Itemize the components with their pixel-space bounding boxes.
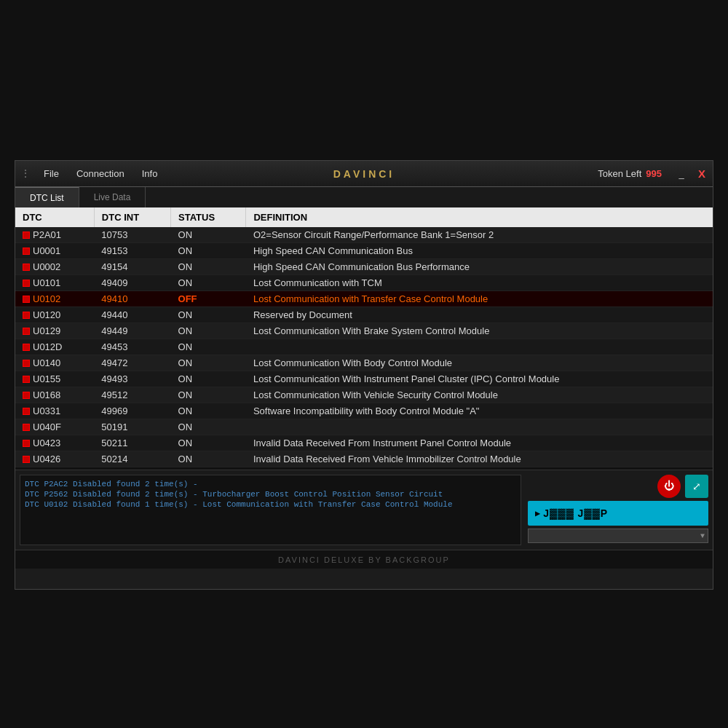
dtc-table: DTC DTC INT STATUS DEFINITION P2A0110753… — [15, 207, 713, 467]
vehicle-display: ▶ J▓▓▓ J▓▓P — [528, 501, 708, 526]
dtc-status: ON — [171, 371, 246, 387]
table-container[interactable]: DTC DTC INT STATUS DEFINITION P2A0110753… — [15, 207, 713, 470]
dtc-int: 49440 — [94, 307, 170, 323]
right-panel-top: ⏻ ⤢ — [528, 475, 708, 498]
dtc-int: 49410 — [94, 291, 170, 307]
dtc-status: ON — [171, 355, 246, 371]
table-row[interactable]: U033149969ONSoftware Incompatibility wit… — [15, 403, 713, 419]
row-checkbox[interactable] — [23, 440, 30, 447]
title-bar: ⋮ File Connection Info DAVINCI Token Lef… — [15, 161, 713, 187]
dtc-definition: High Speed CAN Communication Bus — [246, 243, 713, 259]
table-row[interactable]: U016849512ONLost Communication With Vehi… — [15, 387, 713, 403]
dtc-int: 49472 — [94, 355, 170, 371]
expand-button[interactable]: ⤢ — [685, 475, 708, 498]
power-button[interactable]: ⏻ — [657, 475, 681, 498]
table-row[interactable]: U040F50191ON — [15, 419, 713, 435]
dtc-int: 49512 — [94, 387, 170, 403]
table-row[interactable]: U014049472ONLost Communication With Body… — [15, 355, 713, 371]
table-row[interactable]: U012D49453ON — [15, 339, 713, 355]
row-checkbox[interactable] — [23, 408, 30, 415]
row-checkbox[interactable] — [23, 296, 30, 303]
dtc-int: 50214 — [94, 451, 170, 467]
dtc-status: ON — [171, 387, 246, 403]
row-checkbox[interactable] — [23, 344, 30, 351]
bottom-area: DTC P2AC2 Disabled found 2 time(s) -DTC … — [15, 470, 713, 550]
row-checkbox[interactable] — [23, 312, 30, 319]
right-panel: ⏻ ⤢ ▶ J▓▓▓ J▓▓P ▼ — [523, 470, 713, 550]
dtc-code: P2A01 — [33, 229, 61, 240]
dtc-code: U0001 — [33, 245, 60, 256]
dtc-status: ON — [171, 403, 246, 419]
vehicle-text: J▓▓▓ J▓▓P — [543, 507, 608, 519]
close-button[interactable]: X — [694, 166, 710, 182]
menu-connection[interactable]: Connection — [68, 165, 133, 182]
dtc-code: U0002 — [33, 261, 60, 272]
dtc-status: ON — [171, 275, 246, 291]
log-line: DTC P2562 Disabled found 2 time(s) - Tur… — [25, 490, 516, 499]
dtc-definition: Lost Communication With Instrument Panel… — [246, 371, 713, 387]
dtc-code: U0140 — [33, 357, 60, 368]
dtc-code: U0129 — [33, 325, 60, 336]
dtc-definition: Software Incompatibility with Body Contr… — [246, 403, 713, 419]
dtc-definition — [246, 419, 713, 435]
table-row[interactable]: U012949449ONLost Communication With Brak… — [15, 323, 713, 339]
row-checkbox[interactable] — [23, 264, 30, 271]
dtc-int: 49493 — [94, 371, 170, 387]
dtc-int: 50211 — [94, 435, 170, 451]
dtc-int: 49449 — [94, 323, 170, 339]
row-checkbox[interactable] — [23, 248, 30, 255]
dtc-definition: Lost Communication With Brake System Con… — [246, 323, 713, 339]
app-window: ⋮ File Connection Info DAVINCI Token Lef… — [15, 160, 713, 590]
table-row[interactable]: U015549493ONLost Communication With Inst… — [15, 371, 713, 387]
row-checkbox[interactable] — [23, 328, 30, 335]
minimize-button[interactable]: _ — [673, 166, 689, 182]
table-row[interactable]: U000149153ONHigh Speed CAN Communication… — [15, 243, 713, 259]
table-row[interactable]: U010249410OFFLost Communication with Tra… — [15, 291, 713, 307]
dtc-status: ON — [171, 419, 246, 435]
dtc-status: OFF — [171, 291, 246, 307]
dtc-definition: Lost Communication With Body Control Mod… — [246, 355, 713, 371]
log-line: DTC P2AC2 Disabled found 2 time(s) - — [25, 480, 516, 488]
dtc-status: ON — [171, 339, 246, 355]
right-scroll[interactable]: ▼ — [528, 529, 708, 543]
menu-file[interactable]: File — [35, 165, 68, 182]
dtc-int: 49969 — [94, 403, 170, 419]
tab-live-data[interactable]: Live Data — [79, 187, 146, 207]
table-header-row: DTC DTC INT STATUS DEFINITION — [15, 207, 713, 227]
dtc-definition: Lost Communication with TCM — [246, 275, 713, 291]
row-checkbox[interactable] — [23, 360, 30, 367]
log-panel: DTC P2AC2 Disabled found 2 time(s) -DTC … — [20, 475, 521, 545]
log-line: DTC U0102 Disabled found 1 time(s) - Los… — [25, 500, 516, 509]
menu-area: ⋮ File Connection Info — [15, 165, 166, 182]
dtc-definition: Lost Communication with Transfer Case Co… — [246, 291, 713, 307]
table-row[interactable]: P2A0110753ONO2=Sensor Circuit Range/Perf… — [15, 227, 713, 243]
table-row[interactable]: U042350211ONInvalid Data Received From I… — [15, 435, 713, 451]
dtc-status: ON — [171, 435, 246, 451]
col-definition: DEFINITION — [246, 207, 713, 227]
dtc-code: U0155 — [33, 373, 60, 384]
dtc-code: U0426 — [33, 454, 60, 464]
col-dtc-int: DTC INT — [94, 207, 170, 227]
scroll-indicator: ▼ — [700, 532, 705, 540]
footer-text: DAVINCI DELUXE BY BACKGROUP — [278, 555, 450, 564]
dtc-status: ON — [171, 307, 246, 323]
dtc-code: U0331 — [33, 405, 60, 416]
menu-info[interactable]: Info — [133, 165, 167, 182]
dtc-status: ON — [171, 259, 246, 275]
row-checkbox[interactable] — [23, 392, 30, 399]
token-value: 995 — [646, 168, 662, 179]
row-checkbox[interactable] — [23, 376, 30, 383]
dtc-definition: Lost Communication With Vehicle Security… — [246, 387, 713, 403]
table-row[interactable]: U010149409ONLost Communication with TCM — [15, 275, 713, 291]
play-icon: ▶ — [535, 508, 540, 519]
row-checkbox[interactable] — [23, 280, 30, 287]
drag-icon: ⋮ — [21, 168, 29, 179]
row-checkbox[interactable] — [23, 456, 30, 463]
table-row[interactable]: U000249154ONHigh Speed CAN Communication… — [15, 259, 713, 275]
table-row[interactable]: U042650214ONInvalid Data Received From V… — [15, 451, 713, 467]
dtc-int: 49154 — [94, 259, 170, 275]
tab-dtc-list[interactable]: DTC List — [15, 187, 79, 207]
row-checkbox[interactable] — [23, 232, 30, 239]
row-checkbox[interactable] — [23, 424, 30, 431]
table-row[interactable]: U012049440ONReserved by Document — [15, 307, 713, 323]
